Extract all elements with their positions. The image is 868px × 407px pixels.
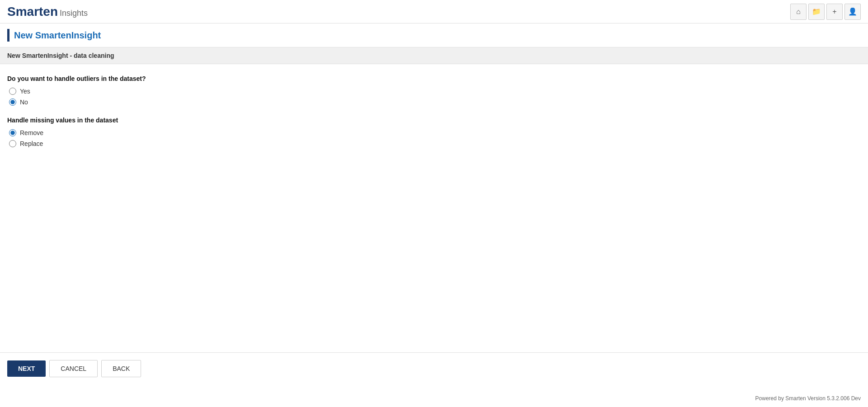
outlier-yes-option[interactable]: Yes: [9, 88, 861, 95]
page-title: New SmartenInsight: [14, 30, 101, 41]
home-icon: ⌂: [796, 8, 801, 16]
next-button[interactable]: NEXT: [7, 360, 46, 377]
missing-replace-option[interactable]: Replace: [9, 140, 861, 147]
version-footer: Powered by Smarten Version 5.3.2.006 Dev: [755, 395, 861, 402]
missing-replace-radio[interactable]: [9, 140, 16, 147]
header: Smarten Insights ⌂ 📁 + 👤: [0, 0, 868, 23]
version-text: Powered by Smarten Version 5.3.2.006 Dev: [755, 395, 861, 402]
add-icon: +: [832, 8, 836, 16]
outlier-yes-label: Yes: [20, 88, 30, 95]
logo-insights: Insights: [60, 9, 88, 18]
missing-remove-label: Remove: [20, 129, 43, 136]
cancel-button[interactable]: CANCEL: [49, 360, 98, 377]
logo-smarten: Smarten: [7, 5, 58, 19]
section-header-text: New SmartenInsight - data cleaning: [7, 52, 114, 59]
user-button[interactable]: 👤: [844, 4, 861, 20]
outlier-question-label: Do you want to handle outliers in the da…: [7, 75, 861, 82]
outlier-radio-group: Yes No: [7, 88, 861, 106]
outlier-no-option[interactable]: No: [9, 98, 861, 106]
outlier-no-label: No: [20, 98, 28, 106]
folder-button[interactable]: 📁: [808, 4, 825, 20]
outlier-no-radio[interactable]: [9, 98, 16, 106]
home-button[interactable]: ⌂: [790, 4, 807, 20]
footer-actions: NEXT CANCEL BACK: [0, 352, 868, 384]
page-title-bar: New SmartenInsight: [0, 23, 868, 47]
missing-remove-radio[interactable]: [9, 129, 16, 136]
missing-remove-option[interactable]: Remove: [9, 129, 861, 136]
missing-values-label: Handle missing values in the dataset: [7, 117, 861, 124]
page-title-accent: [7, 29, 9, 42]
missing-values-radio-group: Remove Replace: [7, 129, 861, 147]
user-icon: 👤: [848, 7, 857, 16]
main-content: Do you want to handle outliers in the da…: [0, 64, 868, 169]
folder-icon: 📁: [812, 7, 821, 16]
outlier-yes-radio[interactable]: [9, 88, 16, 95]
section-header: New SmartenInsight - data cleaning: [0, 47, 868, 64]
add-button[interactable]: +: [826, 4, 843, 20]
header-icons: ⌂ 📁 + 👤: [790, 4, 861, 20]
back-button[interactable]: BACK: [101, 360, 141, 377]
missing-replace-label: Replace: [20, 140, 43, 147]
logo: Smarten Insights: [7, 5, 88, 19]
